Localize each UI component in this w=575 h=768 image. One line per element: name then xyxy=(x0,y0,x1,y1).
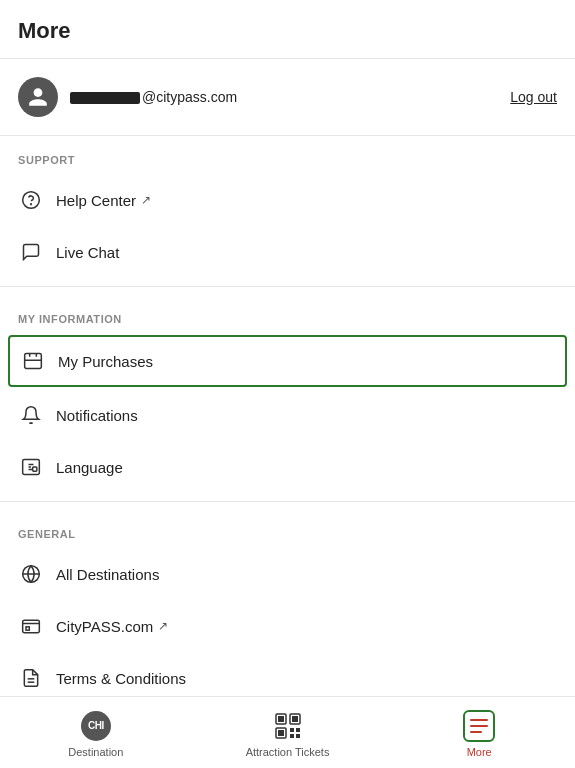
chi-badge: CHI xyxy=(81,711,111,741)
user-icon xyxy=(27,86,49,108)
terms-icon xyxy=(18,665,44,691)
svg-point-0 xyxy=(23,192,40,209)
sidebar-item-notifications[interactable]: Notifications xyxy=(0,389,575,441)
help-center-label: Help Center xyxy=(56,192,136,209)
citypass-icon xyxy=(18,613,44,639)
svg-rect-2 xyxy=(25,354,42,369)
svg-rect-11 xyxy=(278,716,284,722)
page-title: More xyxy=(0,0,575,59)
general-section-label: GENERAL xyxy=(0,510,575,548)
sidebar-item-citypass[interactable]: CityPASS.com ↗ xyxy=(0,600,575,652)
notifications-label: Notifications xyxy=(56,407,138,424)
svg-rect-18 xyxy=(290,734,294,738)
svg-rect-15 xyxy=(278,730,284,736)
qr-code-icon xyxy=(274,712,302,740)
attraction-tickets-nav-label: Attraction Tickets xyxy=(246,746,330,758)
help-center-icon xyxy=(18,187,44,213)
my-purchases-label: My Purchases xyxy=(58,353,153,370)
all-destinations-label: All Destinations xyxy=(56,566,159,583)
more-nav-icon xyxy=(463,710,495,742)
email-redacted xyxy=(70,92,140,104)
svg-rect-7 xyxy=(26,627,29,630)
svg-point-1 xyxy=(31,204,32,205)
sidebar-item-all-destinations[interactable]: All Destinations xyxy=(0,548,575,600)
hamburger-icon xyxy=(468,717,490,735)
nav-item-more[interactable]: More xyxy=(383,697,575,768)
notifications-icon xyxy=(18,402,44,428)
bottom-nav: CHI Destination Attraction Tickets xyxy=(0,696,575,768)
citypass-external-icon: ↗ xyxy=(158,619,168,633)
svg-rect-4 xyxy=(33,467,37,471)
all-destinations-icon xyxy=(18,561,44,587)
nav-item-attraction-tickets[interactable]: Attraction Tickets xyxy=(192,697,384,768)
live-chat-label: Live Chat xyxy=(56,244,119,261)
sidebar-item-live-chat[interactable]: Live Chat xyxy=(0,226,575,278)
svg-rect-6 xyxy=(23,620,40,633)
svg-rect-17 xyxy=(296,728,300,732)
my-information-section-label: MY INFORMATION xyxy=(0,295,575,333)
citypass-label: CityPASS.com xyxy=(56,618,153,635)
user-email: @citypass.com xyxy=(70,89,510,105)
sidebar-item-my-purchases[interactable]: My Purchases xyxy=(8,335,567,387)
divider-support xyxy=(0,286,575,287)
svg-rect-13 xyxy=(292,716,298,722)
terms-label: Terms & Conditions xyxy=(56,670,186,687)
destination-nav-label: Destination xyxy=(68,746,123,758)
purchases-icon xyxy=(20,348,46,374)
svg-rect-19 xyxy=(296,734,300,738)
sidebar-item-language[interactable]: Language xyxy=(0,441,575,493)
svg-rect-16 xyxy=(290,728,294,732)
attraction-tickets-nav-icon xyxy=(272,710,304,742)
live-chat-icon xyxy=(18,239,44,265)
nav-item-destination[interactable]: CHI Destination xyxy=(0,697,192,768)
divider-my-info xyxy=(0,501,575,502)
more-nav-label: More xyxy=(467,746,492,758)
language-icon xyxy=(18,454,44,480)
logout-button[interactable]: Log out xyxy=(510,89,557,105)
support-section-label: SUPPORT xyxy=(0,136,575,174)
avatar xyxy=(18,77,58,117)
user-row: @citypass.com Log out xyxy=(0,59,575,136)
sidebar-item-help-center[interactable]: Help Center ↗ xyxy=(0,174,575,226)
destination-nav-icon: CHI xyxy=(80,710,112,742)
external-link-icon: ↗ xyxy=(141,193,151,207)
language-label: Language xyxy=(56,459,123,476)
